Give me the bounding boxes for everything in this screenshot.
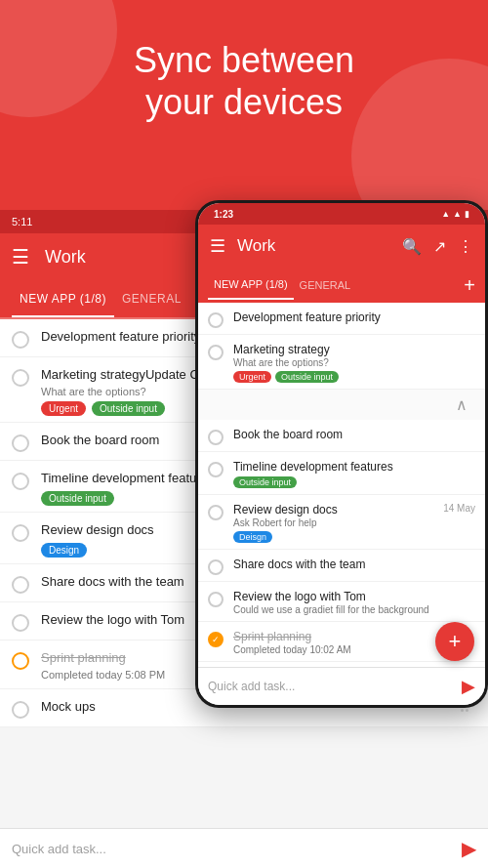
list-item: Review the logo with Tom Could we use a … [198, 582, 485, 622]
phone-task-checkbox-7[interactable] [208, 592, 224, 607]
tag-urgent: Urgent [41, 401, 86, 416]
list-item: Review design docs Ask Robert for help 1… [198, 495, 485, 550]
phone-task-checkbox-8[interactable] [208, 632, 224, 647]
task-checkbox-3[interactable] [12, 434, 29, 452]
phone-search-icon[interactable]: 🔍 [402, 237, 422, 256]
phone-task-title-1: Development feature priority [233, 310, 475, 324]
phone-tag-outside: Outside input [275, 371, 339, 383]
phone-app-bar: ☰ Work 🔍 ↗ ⋮ [198, 225, 485, 268]
phone-task-date-5: 14 May [443, 503, 475, 514]
phone-task-title-3: Book the board room [233, 428, 475, 441]
phone-tab-general[interactable]: GENERAL [294, 271, 357, 299]
phone-task-checkbox-2[interactable] [208, 345, 224, 360]
collapse-icon[interactable]: ∧ [448, 393, 475, 416]
phone-app-bar-icons: 🔍 ↗ ⋮ [402, 237, 473, 256]
phone-task-checkbox-6[interactable] [208, 559, 224, 575]
phone-status-time: 1:23 [214, 209, 233, 220]
phone-tab-bar: NEW APP (1/8) GENERAL + [198, 268, 485, 303]
phone-task-list: Development feature priority Marketing s… [198, 303, 485, 667]
task-checkbox-2[interactable] [12, 369, 29, 387]
phone-quick-add-bar: Quick add task... ▶ [198, 667, 485, 705]
phone-task-title-7: Review the logo with Tom [233, 590, 475, 603]
phone-status-bar: 1:23 ▲ ▲ ▮ [198, 203, 485, 225]
phone-battery-icon: ▮ [465, 209, 469, 219]
menu-icon[interactable]: ☰ [12, 245, 29, 269]
phone-task-content-3: Book the board room [233, 428, 475, 441]
task-checkbox-1[interactable] [12, 331, 29, 349]
tablet-status-time: 5:11 [12, 216, 32, 227]
phone-status-icons: ▲ ▲ ▮ [441, 209, 469, 219]
phone-task-content-4: Timeline development features Outside in… [233, 460, 475, 488]
phone-task-tags-2: Urgent Outside input [233, 371, 475, 383]
phone-screen: 1:23 ▲ ▲ ▮ ☰ Work 🔍 ↗ ⋮ NEW APP (1/ [198, 203, 485, 705]
phone-signal-icon: ▲ [453, 209, 462, 219]
phone-task-checkbox-3[interactable] [208, 430, 224, 445]
phone-task-content-2: Marketing strategy What are the options?… [233, 343, 475, 383]
phone-task-checkbox-5[interactable] [208, 505, 224, 520]
collapse-header: ∧ [198, 390, 485, 420]
hero-title: Sync betweenyour devices [20, 39, 468, 123]
phone-task-content-7: Review the logo with Tom Could we use a … [233, 590, 475, 615]
phone-task-checkbox-4[interactable] [208, 462, 224, 477]
tag-outside-4: Outside input [41, 491, 114, 506]
phone-task-subtitle-7: Could we use a gradiet fill for the back… [233, 604, 475, 615]
phone-quick-add-input[interactable]: Quick add task... [208, 680, 454, 693]
phone-app-title: Work [237, 236, 402, 256]
phone-more-icon[interactable]: ⋮ [458, 237, 473, 256]
list-item: Share docs with the team [198, 550, 485, 582]
list-item: Timeline development features Outside in… [198, 452, 485, 495]
hero-section: Sync betweenyour devices [0, 0, 488, 210]
phone-menu-icon[interactable]: ☰ [210, 235, 225, 257]
tag-design-5: Design [41, 543, 87, 558]
task-checkbox-9[interactable] [12, 701, 29, 719]
task-checkbox-8[interactable] [12, 652, 29, 670]
phone-task-content-5: Review design docs Ask Robert for help 1… [233, 503, 475, 543]
list-item: Development feature priority [198, 303, 485, 335]
phone-task-content-1: Development feature priority [233, 310, 475, 324]
tablet-quick-add-send[interactable]: ▶ [462, 837, 476, 860]
phone-mock: 1:23 ▲ ▲ ▮ ☰ Work 🔍 ↗ ⋮ NEW APP (1/ [195, 200, 488, 708]
phone-task-tags-4: Outside input [233, 476, 475, 488]
phone-tag-design-5: Deisgn [233, 531, 272, 543]
phone-task-subtitle-2: What are the options? [233, 357, 475, 368]
phone-fab-button[interactable]: + [435, 622, 474, 661]
phone-share-icon[interactable]: ↗ [433, 237, 446, 256]
phone-task-subtitle-5: Ask Robert for help [233, 517, 338, 528]
phone-tag-outside-4: Outside input [233, 476, 297, 488]
task-checkbox-7[interactable] [12, 614, 29, 632]
phone-task-content-6: Share docs with the team [233, 558, 475, 571]
phone-task-title-6: Share docs with the team [233, 558, 475, 571]
list-item: Marketing strategy What are the options?… [198, 335, 485, 390]
tab-general[interactable]: GENERAL [114, 282, 189, 315]
task-checkbox-4[interactable] [12, 473, 29, 490]
phone-quick-add-send[interactable]: ▶ [462, 676, 475, 697]
phone-wifi-icon: ▲ [441, 209, 450, 219]
phone-task-title-2: Marketing strategy [233, 343, 475, 356]
tablet-mock: 5:11 ▲ ▲ ▮ ☰ Work 🔍 ↗ ⋮ NEW APP (1/8) GE… [0, 210, 488, 868]
phone-task-title-4: Timeline development features [233, 460, 475, 474]
task-checkbox-6[interactable] [12, 576, 29, 594]
tablet-quick-add-input[interactable]: Quick add task... [12, 842, 454, 856]
task-checkbox-5[interactable] [12, 524, 29, 542]
phone-task-tags-5: Deisgn [233, 531, 475, 543]
phone-tag-urgent: Urgent [233, 371, 271, 383]
phone-task-row-5: Review design docs Ask Robert for help 1… [233, 503, 475, 528]
phone-task-title-5: Review design docs [233, 503, 338, 517]
tablet-quick-add-bar: Quick add task... ▶ [0, 828, 488, 868]
tab-new-app[interactable]: NEW APP (1/8) [12, 282, 114, 317]
tag-outside: Outside input [92, 401, 165, 416]
phone-task-checkbox-1[interactable] [208, 312, 224, 328]
phone-tab-new-app[interactable]: NEW APP (1/8) [208, 270, 294, 300]
phone-tab-add-button[interactable]: + [464, 274, 475, 297]
list-item: Book the board room [198, 420, 485, 452]
